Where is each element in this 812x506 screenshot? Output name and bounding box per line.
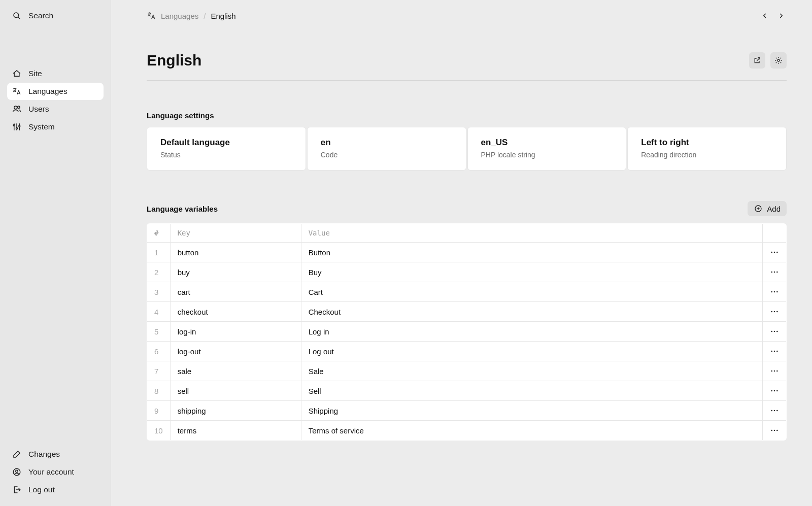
row-actions-button[interactable] (770, 347, 779, 356)
nav-item-site[interactable]: Site (7, 65, 104, 82)
settings-card-status[interactable]: Default language Status (147, 127, 306, 171)
search-icon (12, 11, 21, 20)
svg-point-0 (14, 13, 19, 18)
svg-point-34 (771, 370, 772, 372)
nav-item-logout[interactable]: Log out (7, 481, 104, 498)
row-actions-cell (763, 421, 787, 441)
more-icon (770, 307, 779, 316)
table-header-row: # Key Value (147, 224, 787, 243)
external-link-icon (753, 56, 762, 65)
main-content: Languages / English English (111, 0, 812, 506)
svg-point-8 (16, 128, 18, 129)
row-actions-button[interactable] (770, 267, 779, 277)
row-key: buy (170, 262, 301, 282)
more-icon (770, 267, 779, 277)
svg-point-20 (774, 272, 775, 273)
svg-point-21 (776, 272, 778, 273)
prev-button[interactable] (759, 10, 770, 21)
table-row[interactable]: 2buyBuy (147, 262, 787, 282)
row-num: 8 (147, 381, 171, 401)
row-actions-button[interactable] (770, 327, 779, 336)
row-value: Cart (301, 282, 762, 302)
settings-card-direction[interactable]: Left to right Reading direction (627, 127, 787, 171)
nav-item-users[interactable]: Users (7, 100, 104, 118)
row-actions-button[interactable] (770, 307, 779, 316)
row-actions-button[interactable] (770, 426, 779, 435)
svg-point-25 (771, 311, 772, 313)
svg-point-45 (776, 430, 778, 431)
col-header-actions (763, 224, 787, 243)
more-icon (770, 426, 779, 435)
row-actions-button[interactable] (770, 406, 779, 415)
table-row[interactable]: 6log-outLog out (147, 342, 787, 361)
row-actions-cell (763, 262, 787, 282)
next-button[interactable] (775, 10, 787, 21)
settings-card-locale[interactable]: en_US PHP locale string (467, 127, 627, 171)
plus-circle-icon (754, 204, 763, 213)
nav-item-label: Changes (28, 450, 60, 459)
breadcrumb-parent[interactable]: Languages (161, 12, 198, 20)
row-actions-cell (763, 282, 787, 302)
svg-point-12 (777, 59, 780, 61)
nav-item-label: Your account (28, 467, 74, 477)
svg-point-2 (14, 106, 17, 109)
settings-card-label: Status (160, 151, 292, 159)
page-actions (749, 52, 787, 69)
open-button[interactable] (749, 52, 765, 69)
svg-point-39 (776, 390, 778, 392)
table-row[interactable]: 8sellSell (147, 381, 787, 401)
settings-card-value: Default language (160, 138, 292, 148)
breadcrumb: Languages / English (147, 11, 236, 20)
topbar: Languages / English (147, 10, 787, 21)
row-actions-cell (763, 322, 787, 342)
add-button[interactable]: Add (748, 201, 787, 216)
row-actions-button[interactable] (770, 287, 779, 296)
row-num: 9 (147, 401, 171, 421)
svg-point-35 (774, 370, 775, 372)
svg-point-41 (774, 410, 775, 412)
search-label: Search (28, 11, 53, 20)
search-button[interactable]: Search (7, 7, 104, 24)
table-row[interactable]: 9shippingShipping (147, 401, 787, 421)
nav-item-label: Languages (28, 87, 67, 96)
table-row[interactable]: 4checkoutCheckout (147, 302, 787, 322)
row-value: Terms of service (301, 421, 762, 441)
row-num: 4 (147, 302, 171, 322)
svg-point-33 (776, 351, 778, 352)
table-row[interactable]: 3cartCart (147, 282, 787, 302)
settings-card-label: Code (321, 151, 453, 159)
row-value: Checkout (301, 302, 762, 322)
nav-item-languages[interactable]: Languages (7, 83, 104, 100)
svg-point-11 (16, 470, 18, 473)
translate-icon (147, 11, 156, 20)
variables-header: Language variables Add (147, 201, 787, 216)
svg-point-32 (774, 351, 775, 352)
svg-point-16 (771, 252, 772, 253)
settings-button[interactable] (770, 52, 787, 69)
table-row[interactable]: 10termsTerms of service (147, 421, 787, 441)
settings-grid: Default language Status en Code en_US PH… (147, 127, 787, 171)
row-key: terms (170, 421, 301, 441)
table-row[interactable]: 5log-inLog in (147, 322, 787, 342)
svg-point-24 (776, 291, 778, 293)
nav-item-changes[interactable]: Changes (7, 446, 104, 463)
row-actions-button[interactable] (770, 366, 779, 376)
more-icon (770, 406, 779, 415)
row-value: Log out (301, 342, 762, 361)
settings-card-code[interactable]: en Code (307, 127, 466, 171)
settings-card-value: en (321, 138, 453, 148)
table-row[interactable]: 1buttonButton (147, 243, 787, 262)
row-actions-button[interactable] (770, 248, 779, 257)
more-icon (770, 327, 779, 336)
row-actions-button[interactable] (770, 386, 779, 395)
nav-item-label: Users (28, 105, 49, 114)
nav-item-account[interactable]: Your account (7, 463, 104, 481)
row-value: Buy (301, 262, 762, 282)
nav-item-system[interactable]: System (7, 118, 104, 136)
svg-point-3 (18, 106, 20, 109)
table-row[interactable]: 7saleSale (147, 361, 787, 381)
svg-point-17 (774, 252, 775, 253)
row-num: 3 (147, 282, 171, 302)
users-icon (12, 105, 21, 114)
row-actions-cell (763, 381, 787, 401)
